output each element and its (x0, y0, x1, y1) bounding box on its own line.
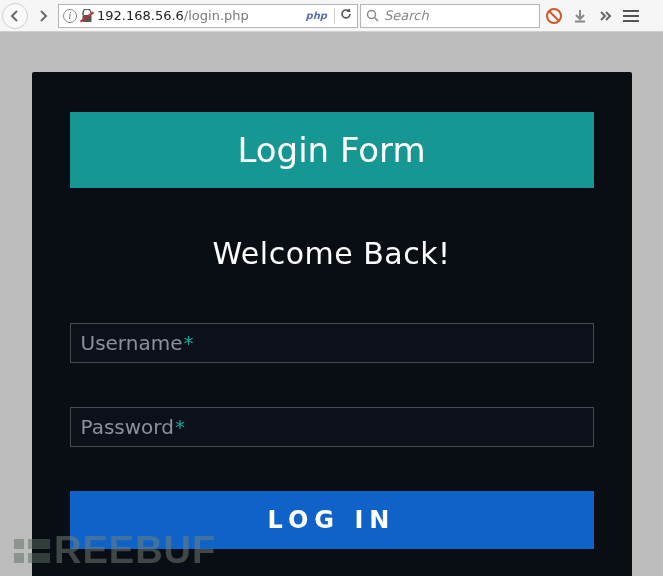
required-mark: * (175, 415, 185, 439)
page-body: Login Form Welcome Back! Username* Passw… (0, 32, 663, 576)
reload-button[interactable] (339, 7, 353, 24)
hamburger-menu-button[interactable] (620, 4, 642, 28)
reload-icon (339, 7, 353, 21)
svg-point-1 (368, 11, 376, 19)
php-badge: php (303, 10, 330, 21)
overflow-button[interactable] (594, 4, 618, 28)
svg-line-2 (375, 18, 379, 22)
svg-line-4 (549, 11, 559, 21)
back-button[interactable] (2, 3, 28, 29)
insecure-connection-icon (81, 9, 93, 23)
browser-toolbar: i 192.168.56.6/login.php php Search (0, 0, 663, 32)
search-icon (366, 9, 379, 22)
site-info-icon[interactable]: i (63, 9, 77, 23)
login-card: Login Form Welcome Back! Username* Passw… (32, 72, 632, 576)
arrow-right-icon (36, 9, 50, 23)
username-label: Username (81, 331, 183, 355)
search-placeholder: Search (384, 8, 429, 23)
welcome-heading: Welcome Back! (70, 236, 594, 271)
separator (334, 8, 335, 24)
hamburger-icon (623, 10, 639, 12)
password-label: Password (81, 415, 174, 439)
svg-rect-0 (83, 15, 92, 22)
chevron-double-right-icon (598, 8, 614, 24)
noscript-icon[interactable] (542, 4, 566, 28)
login-button[interactable]: LOG IN (70, 491, 594, 549)
forward-button[interactable] (30, 3, 56, 29)
url-bar[interactable]: i 192.168.56.6/login.php php (58, 4, 358, 28)
required-mark: * (183, 331, 193, 355)
username-field[interactable]: Username* (70, 323, 594, 363)
url-path: /login.php (184, 8, 249, 23)
download-icon (572, 8, 588, 24)
downloads-button[interactable] (568, 4, 592, 28)
url-host: 192.168.56.6 (97, 8, 184, 23)
url-text: 192.168.56.6/login.php (97, 8, 299, 23)
arrow-left-icon (8, 9, 22, 23)
login-banner: Login Form (70, 112, 594, 188)
search-box[interactable]: Search (360, 4, 540, 28)
password-field[interactable]: Password* (70, 407, 594, 447)
